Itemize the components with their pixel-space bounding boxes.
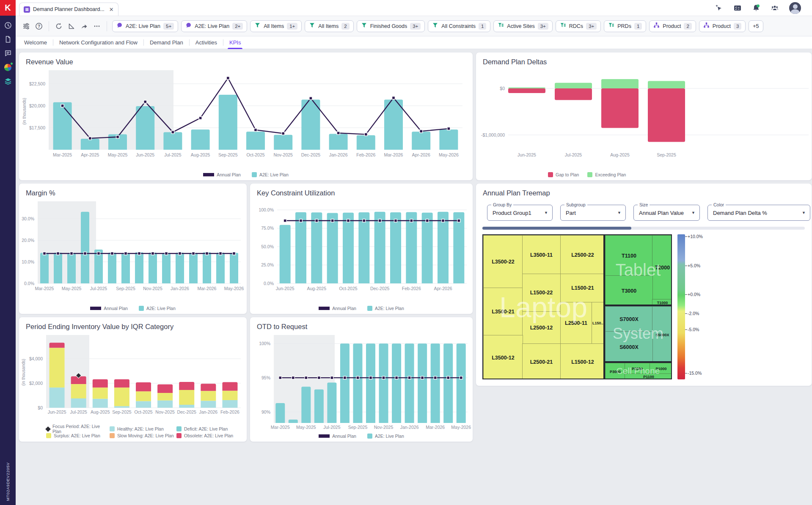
treemap-cell-l150[interactable]: L150... [592, 302, 604, 344]
treemap-cell-l350022[interactable]: L3500-22 [483, 235, 523, 288]
demand-plan-deltas-chart[interactable]: $0-$1,000,000Jun-2025Jul-2025Aug-2025Sep… [476, 69, 812, 163]
treemap-cell-s5000x[interactable]: S5000X [652, 306, 672, 362]
treemap-cell-s6000x[interactable]: S6000X [605, 331, 653, 362]
filter-chip-a2e-live-plan[interactable]: A2E: Live Plan 5+ [112, 20, 178, 32]
help-icon-button[interactable]: ? [33, 20, 45, 33]
treemap-hscrollbar-thumb[interactable] [482, 227, 631, 230]
svg-text:Sep-2025: Sep-2025 [112, 409, 132, 414]
legend-item[interactable]: A2E: Live Plan [367, 306, 404, 311]
treemap-cell-t1100[interactable]: T1100 [605, 235, 653, 276]
clock-icon[interactable] [4, 21, 12, 30]
chat-icon[interactable] [4, 49, 12, 58]
legend-item[interactable]: A2E: Live Plan [367, 434, 404, 439]
otd-to-request-chart[interactable]: 90%95%100%Mar-2025May-2025Jul-2025Sep-20… [250, 333, 473, 431]
treemap-color-select[interactable]: ColorDemand Plan Delta %▼ [707, 205, 810, 221]
document-tab-strip: ▦ Demand Planner Dashboard... ✕ [16, 0, 812, 16]
tab-demand-planner-dashboard[interactable]: ▦ Demand Planner Dashboard... ✕ [19, 3, 118, 16]
nav-tab-demand-plan[interactable]: Demand Plan [144, 36, 189, 49]
svg-text:Aug-2025: Aug-2025 [91, 409, 110, 414]
treemap-cell-l350021[interactable]: L3500-21 [483, 288, 523, 335]
treemap-cell-l150021[interactable]: L1500-21 [560, 274, 604, 302]
treemap-cell-l150012[interactable]: L1500-12 [560, 343, 604, 379]
revenue-value-chart[interactable]: $17,500$20,000$22,500(in thousands)Mar-2… [19, 69, 473, 163]
legend-item[interactable]: Healthy: A2E: Live Plan [110, 426, 176, 431]
filter-chip-finished-goods[interactable]: Finished Goods 3+ [357, 20, 425, 32]
filter-chip-active-sites[interactable]: Active Sites 3+ [493, 20, 552, 32]
margin-percent-chart[interactable]: 0.0%10.0%20.0%30.0%Mar-2025May-2025Jul-2… [19, 200, 247, 297]
nav-tab-network-configuration-and-flow[interactable]: Network Configuration and Flow [53, 36, 143, 49]
treemap-cell-l250021[interactable]: L2500-21 [522, 343, 561, 379]
legend-item[interactable]: Gap to Plan [548, 172, 579, 177]
layers-icon[interactable] [4, 77, 12, 85]
planning-sphere-icon[interactable] [4, 63, 12, 71]
legend-item[interactable]: Slow Moving: A2E: Live Plan [110, 433, 176, 438]
notifications-bell-icon[interactable] [752, 4, 760, 12]
color-scale-tick [685, 236, 687, 237]
legend-item[interactable]: Deficit: A2E: Live Plan [176, 426, 247, 431]
treemap-cell-t2000[interactable]: T2000 [652, 235, 672, 300]
legend-item[interactable]: Surplus: A2E: Live Plan [46, 433, 110, 438]
legend-item[interactable]: Focus Period: A2E: Live Plan [46, 424, 110, 434]
filter-chips-overflow[interactable]: +5 [749, 20, 763, 32]
treemap-cell-p1100[interactable]: P1100 [625, 373, 672, 379]
treemap-cell-s7000x[interactable]: S7000X [605, 306, 653, 332]
nav-tab-activities[interactable]: Activities [190, 36, 223, 49]
nav-tab-kpis[interactable]: KPIs [223, 36, 247, 49]
treemap-cell-t3000[interactable]: T3000 [605, 275, 653, 305]
svg-text:0.0%: 0.0% [24, 281, 34, 286]
treemap-cell-l150022[interactable]: L1500-22 [522, 274, 561, 312]
treemap-cell-l350012[interactable]: L3500-12 [483, 335, 523, 379]
treemap-hscrollbar[interactable] [482, 227, 805, 230]
people-icon[interactable] [771, 4, 779, 12]
more-icon-button[interactable] [91, 20, 103, 33]
checklist-icon[interactable] [733, 4, 742, 12]
legend-item[interactable]: Annual Plan [90, 306, 128, 311]
inventory-by-iqr-chart[interactable]: $0$2,000$4,000(in thousands)Jun-2025Jul-… [19, 333, 247, 420]
share-icon-button[interactable] [78, 20, 91, 33]
funnel-list-icon [498, 22, 504, 30]
hierarchy-icon [653, 22, 660, 30]
treemap-chart[interactable]: L3500-22L3500-11L2500-22L3500-21L1500-22… [482, 234, 672, 379]
filter-chip-product[interactable]: Product 3 [699, 20, 746, 32]
filter-chip-prds[interactable]: PRDs 1 [604, 20, 646, 32]
kinaxis-logo[interactable]: K [0, 0, 16, 16]
treemap-size-select[interactable]: SizeAnnual Plan Value▼ [633, 205, 700, 221]
tab-close-icon[interactable]: ✕ [109, 6, 114, 13]
tab-title: Demand Planner Dashboard... [33, 6, 105, 12]
document-icon[interactable] [4, 35, 12, 44]
chip-label: Product [663, 23, 681, 29]
svg-text:Sep-2025: Sep-2025 [218, 152, 238, 157]
ai-pointer-icon[interactable] [715, 4, 723, 12]
treemap-cell-t1000[interactable]: T1000 [652, 299, 672, 305]
user-avatar[interactable] [789, 2, 801, 14]
legend-item[interactable]: Exceeding Plan [587, 172, 626, 177]
tune-icon-button[interactable] [20, 20, 33, 33]
treemap-cell-p2000[interactable]: P2000 [625, 363, 650, 374]
filter-chip-product[interactable]: Product 2 [649, 20, 696, 32]
svg-text:Mar-2026: Mar-2026 [384, 152, 403, 157]
filter-chip-rdcs[interactable]: RDCs 3+ [556, 20, 601, 32]
legend-item[interactable]: Annual Plan [319, 434, 356, 439]
legend-item[interactable]: A2E: Live Plan [252, 172, 289, 177]
filter-chip-all-constraints[interactable]: All Constraints 1 [428, 20, 490, 32]
key-constraint-utilization-chart[interactable]: 0.0%25.0%50.0%75.0%100.0%Jun-2025Aug-202… [250, 200, 473, 297]
filter-chip-all-items[interactable]: All Items 2 [305, 20, 353, 32]
legend-item[interactable]: Annual Plan [203, 172, 241, 177]
treemap-cell-l350011[interactable]: L3500-11 [522, 235, 561, 274]
filter-chip-all-items[interactable]: All Items 1+ [250, 20, 302, 32]
nav-tab-welcome[interactable]: Welcome [18, 36, 53, 49]
refresh-icon-button[interactable] [52, 20, 65, 33]
legend-item[interactable]: Obsolete: A2E: Live Plan [176, 433, 247, 438]
treemap-cell-p1000[interactable]: P1000 [650, 363, 672, 374]
legend-item[interactable]: A2E: Live Plan [139, 306, 176, 311]
measure-icon-button[interactable] [65, 20, 78, 33]
treemap-subgroup-select[interactable]: SubgroupPart▼ [560, 205, 626, 221]
treemap-cell-l250012[interactable]: L2500-12 [522, 311, 561, 344]
treemap-cell-p3000[interactable]: P3000 [605, 363, 625, 379]
filter-chip-a2e-live-plan[interactable]: A2E: Live Plan 2+ [181, 20, 247, 32]
treemap-cell-l250011[interactable]: L2500-11 [560, 302, 592, 344]
funnel-icon [432, 22, 438, 30]
legend-item[interactable]: Annual Plan [319, 306, 356, 311]
treemap-group-by-select[interactable]: Group ByProduct Group1▼ [487, 205, 553, 221]
treemap-cell-l250022[interactable]: L2500-22 [560, 235, 604, 274]
